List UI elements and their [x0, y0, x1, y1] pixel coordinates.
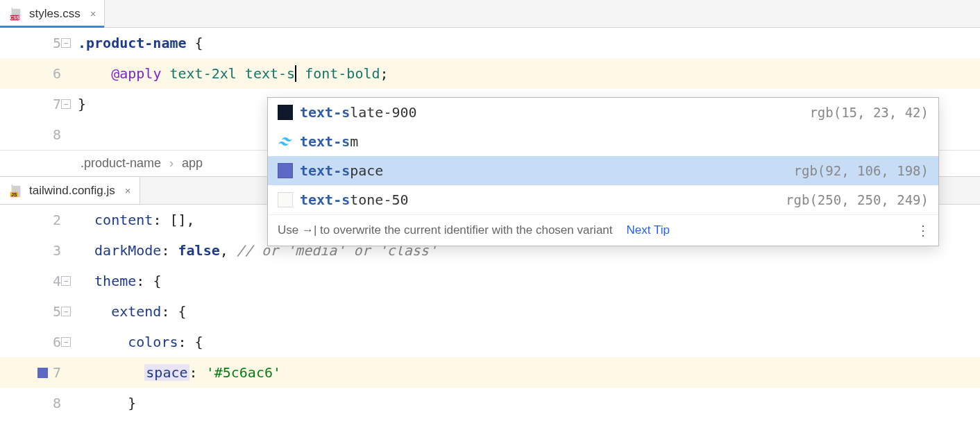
autocomplete-item[interactable]: text-sm: [268, 127, 938, 156]
code-content[interactable]: content: [],: [67, 212, 195, 228]
code-content[interactable]: .product-name {: [67, 35, 203, 51]
code-content[interactable]: colors: {: [67, 334, 203, 350]
autocomplete-popup: text-slate-900 rgb(15, 23, 42) text-sm t…: [267, 97, 939, 246]
autocomplete-item[interactable]: text-slate-900 rgb(15, 23, 42): [268, 98, 938, 127]
breadcrumb-item[interactable]: .product-name: [81, 156, 161, 171]
js-file-icon: JS: [8, 183, 24, 198]
fold-handle-icon[interactable]: −: [61, 307, 71, 316]
autocomplete-item[interactable]: text-stone-50 rgb(250, 250, 249): [268, 185, 938, 214]
more-options-icon[interactable]: ⋮: [916, 222, 929, 239]
fold-handle-icon[interactable]: −: [61, 276, 71, 286]
line-number: 6−: [0, 334, 67, 350]
code-content[interactable]: space: '#5c6ac6': [67, 364, 281, 381]
autocomplete-label: text-slate-900: [300, 104, 802, 121]
chevron-right-icon: ›: [169, 156, 174, 171]
line-number: 8: [0, 126, 67, 143]
code-line: 4− theme: {: [0, 266, 980, 296]
close-icon[interactable]: ×: [125, 185, 131, 196]
color-swatch-icon: [278, 163, 293, 178]
code-line: 5− extend: {: [0, 296, 980, 327]
next-tip-link[interactable]: Next Tip: [627, 223, 670, 237]
tab-bar: CSS styles.css ×: [0, 0, 980, 28]
code-line: 6 @apply text-2xl text-s font-bold;: [0, 58, 980, 89]
color-chip-icon: [37, 368, 48, 378]
code-line: 5− .product-name {: [0, 28, 980, 58]
breadcrumb-item[interactable]: app: [182, 156, 203, 171]
tailwind-icon: [278, 134, 293, 149]
svg-text:JS: JS: [11, 191, 17, 196]
autocomplete-item[interactable]: text-space rgb(92, 106, 198): [268, 156, 938, 185]
line-number: 2: [0, 212, 67, 228]
svg-text:CSS: CSS: [10, 15, 20, 19]
code-content[interactable]: @apply text-2xl text-s font-bold;: [67, 65, 389, 82]
tab-label: tailwind.config.js: [29, 184, 115, 198]
line-number: 4−: [0, 273, 67, 289]
line-number: 5−: [0, 35, 67, 51]
autocomplete-meta: rgb(92, 106, 198): [794, 163, 929, 178]
code-line: 8 }: [0, 388, 980, 418]
close-icon[interactable]: ×: [90, 8, 96, 19]
code-line: 7 space: '#5c6ac6': [0, 357, 980, 388]
autocomplete-label: text-space: [300, 162, 787, 179]
code-content[interactable]: theme: {: [67, 273, 161, 289]
autocomplete-meta: rgb(250, 250, 249): [786, 192, 929, 207]
footer-tip-text: Use →| to overwrite the current identifi…: [278, 223, 613, 237]
tab-tailwind-config[interactable]: JS tailwind.config.js ×: [0, 177, 140, 204]
autocomplete-footer: Use →| to overwrite the current identifi…: [268, 214, 938, 246]
autocomplete-label: text-stone-50: [300, 191, 779, 208]
css-file-icon: CSS: [8, 6, 24, 22]
tab-label: styles.css: [29, 7, 81, 21]
fold-handle-icon[interactable]: −: [61, 38, 71, 48]
color-swatch-icon: [278, 192, 293, 207]
fold-handle-icon[interactable]: −: [61, 337, 71, 347]
line-number: 3: [0, 242, 67, 259]
tab-styles-css[interactable]: CSS styles.css ×: [0, 0, 105, 27]
autocomplete-meta: rgb(15, 23, 42): [809, 105, 929, 120]
line-number: 7: [0, 364, 67, 381]
color-swatch-icon: [278, 105, 293, 120]
line-number: 5−: [0, 303, 67, 320]
line-number: 8: [0, 395, 67, 411]
code-content[interactable]: }: [67, 395, 136, 411]
code-line: 6− colors: {: [0, 327, 980, 357]
fold-handle-icon[interactable]: −: [61, 99, 71, 109]
autocomplete-label: text-sm: [300, 133, 929, 150]
line-number: 6: [0, 65, 67, 82]
code-content[interactable]: extend: {: [67, 303, 187, 320]
line-number: 7−: [0, 96, 67, 112]
